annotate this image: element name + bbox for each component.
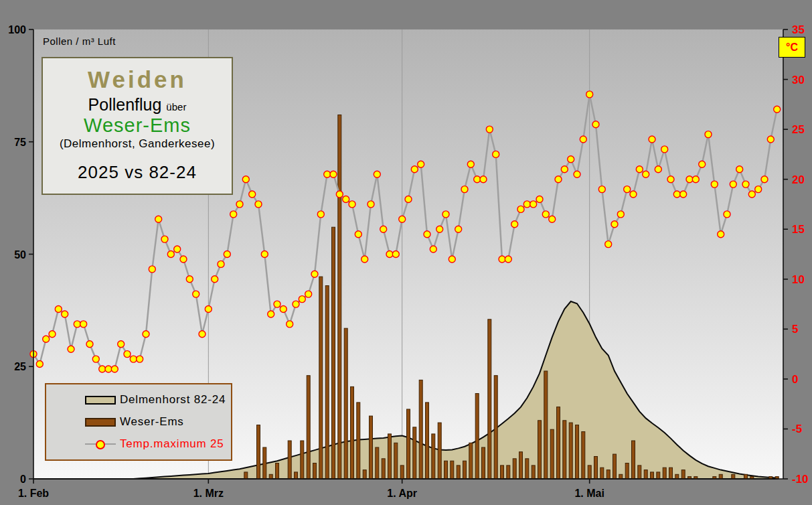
- temp-marker: [205, 306, 212, 313]
- temp-marker: [330, 171, 337, 177]
- temp-marker: [655, 166, 661, 173]
- chart-title-box: Weiden Pollenflug über Weser-Ems (Delmen…: [42, 57, 233, 195]
- bar-weser-ems: [544, 371, 548, 479]
- bar-weser-ems: [257, 425, 260, 480]
- temp-marker: [574, 171, 580, 177]
- title-stations: (Delmenhorst, Ganderkesee): [43, 137, 232, 151]
- bar-weser-ems: [576, 425, 579, 480]
- temp-marker: [55, 306, 62, 313]
- temp-marker: [505, 256, 511, 263]
- temp-marker: [74, 321, 80, 328]
- legend-box: Delmenhorst 82-24 Weser-Ems Temp.maximum…: [45, 383, 232, 461]
- temp-marker: [299, 296, 305, 303]
- bar-weser-ems: [263, 447, 266, 479]
- temp-marker: [149, 266, 155, 273]
- bar-weser-ems: [681, 470, 685, 479]
- bar-weser-ems: [600, 467, 604, 479]
- temp-marker: [530, 201, 537, 208]
- temp-marker: [705, 131, 712, 138]
- bar-weser-ems: [538, 421, 542, 479]
- title-taxon: Weiden: [43, 65, 232, 94]
- temp-marker: [118, 341, 125, 348]
- bar-weser-ems: [744, 474, 748, 479]
- bar-weser-ems: [719, 474, 722, 479]
- right-axis-tick-label: 35: [792, 23, 805, 36]
- temp-marker: [755, 186, 762, 193]
- temp-marker: [692, 176, 699, 183]
- bar-weser-ems: [732, 474, 735, 479]
- bar-weser-ems: [638, 465, 641, 479]
- temp-marker: [399, 216, 406, 222]
- temp-marker: [474, 176, 481, 183]
- bar-weser-ems: [588, 465, 591, 479]
- bar-weser-ems: [569, 423, 572, 479]
- temp-marker: [180, 256, 187, 263]
- right-axis-tick-label: -10: [792, 473, 809, 486]
- temp-marker: [380, 226, 387, 232]
- bar-weser-ems: [519, 452, 523, 479]
- temp-marker: [724, 211, 730, 218]
- bar-weser-ems: [276, 463, 279, 480]
- bar-weser-ems: [313, 463, 317, 480]
- title-subtitle-main: Pollenflug: [88, 95, 162, 114]
- temp-marker: [336, 191, 343, 198]
- temp-marker: [368, 201, 374, 208]
- bar-weser-ems: [438, 423, 441, 479]
- bar-weser-ems: [370, 416, 373, 479]
- temp-marker: [92, 356, 99, 362]
- title-subtitle: Pollenflug über: [43, 94, 232, 115]
- right-axis-tick-label: 5: [792, 323, 798, 336]
- temp-marker: [568, 156, 574, 163]
- temp-marker: [161, 236, 168, 242]
- temp-marker: [774, 106, 781, 113]
- temp-marker: [405, 196, 412, 203]
- bar-weser-ems: [625, 463, 629, 480]
- bar-weser-ems: [594, 457, 598, 480]
- bar-weser-ems: [244, 472, 248, 479]
- temp-marker: [174, 246, 181, 252]
- temp-marker: [305, 291, 312, 297]
- celsius-label: °C: [786, 42, 798, 54]
- temp-marker: [424, 231, 430, 238]
- temp-marker: [493, 151, 499, 157]
- temp-marker: [230, 211, 237, 218]
- right-axis-tick-label: 15: [792, 223, 805, 236]
- left-axis-tick-label: 0: [20, 474, 26, 485]
- bar-weser-ems: [288, 441, 291, 479]
- temp-marker: [268, 311, 274, 317]
- temp-marker: [649, 136, 655, 143]
- temp-marker: [680, 191, 687, 198]
- legend-item-weser-ems: Weser-Ems: [46, 415, 231, 429]
- title-region: Weser-Ems: [43, 115, 232, 137]
- temp-marker: [212, 276, 218, 283]
- bar-weser-ems: [613, 454, 617, 479]
- bar-weser-ems: [357, 403, 360, 479]
- bar-weser-ems: [606, 470, 610, 479]
- temp-marker: [80, 321, 87, 328]
- temp-marker: [280, 306, 287, 313]
- x-axis-tick-label: 1. Mai: [574, 488, 604, 499]
- temp-marker: [617, 211, 624, 218]
- temp-marker: [218, 261, 224, 267]
- bar-weser-ems: [657, 472, 660, 479]
- temp-marker: [467, 161, 474, 167]
- temp-marker: [486, 126, 493, 133]
- temp-marker: [673, 191, 680, 198]
- title-comparison: 2025 vs 82-24: [43, 162, 232, 183]
- temp-marker: [730, 181, 736, 188]
- legend-item-temp: Temp.maximum 25: [46, 437, 231, 451]
- temp-marker: [592, 121, 599, 128]
- bar-weser-ems: [675, 474, 679, 479]
- right-axis-tick-label: 25: [792, 123, 805, 136]
- temp-marker: [62, 311, 68, 317]
- temp-marker: [624, 186, 631, 193]
- right-axis-tick-label: 0: [792, 373, 798, 386]
- bar-weser-ems: [619, 474, 623, 479]
- temp-marker: [536, 196, 543, 203]
- legend-label-temp: Temp.maximum 25: [120, 437, 224, 451]
- bar-weser-ems: [382, 459, 385, 479]
- temp-marker: [555, 176, 562, 183]
- temp-marker: [686, 176, 693, 183]
- left-axis-tick-label: 75: [14, 137, 26, 148]
- temp-dot-icon: [96, 440, 105, 449]
